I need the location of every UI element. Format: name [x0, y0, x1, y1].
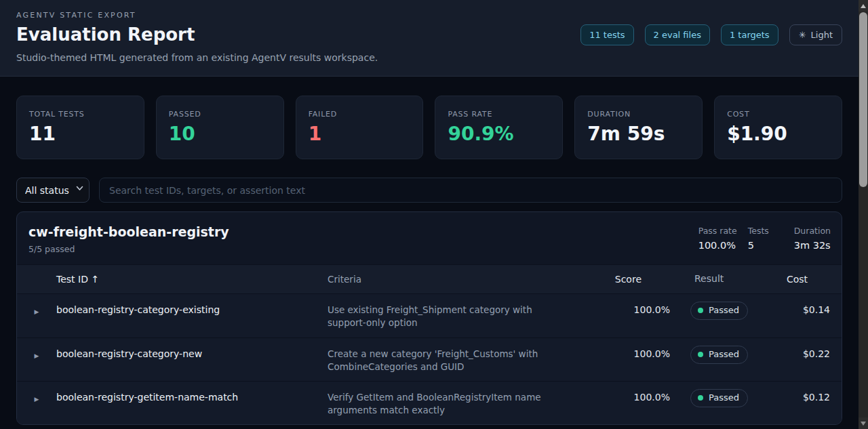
report-header: AGENTV STATIC EXPORT Evaluation Report 1… — [0, 0, 859, 77]
column-header-score[interactable]: Score — [599, 273, 670, 286]
suite-summary-value: 3m 32s — [794, 240, 831, 251]
column-header-test-id[interactable]: Test ID ↑ — [56, 273, 328, 286]
scrollbar[interactable] — [859, 0, 868, 429]
scroll-up-button[interactable] — [859, 0, 868, 12]
suite-summary-stat: Tests5 — [748, 226, 783, 251]
status-badge-label: Passed — [709, 349, 739, 360]
table-header: Test ID ↑ Criteria Score Result Cost — [17, 264, 842, 294]
row-criteria: Use existing Freight_Shipment category w… — [328, 304, 599, 329]
suite-card: cw-freight-boolean-registry 5/5 passed P… — [16, 211, 842, 425]
stat-card: TOTAL TESTS11 — [16, 96, 144, 159]
row-expand-icon[interactable]: ▶ — [32, 306, 42, 319]
row-score: 100.0% — [599, 348, 670, 361]
status-dot-icon — [698, 308, 703, 313]
status-filter-select[interactable]: All status — [16, 178, 90, 203]
stat-card: PASSED10 — [156, 96, 284, 159]
search-input[interactable] — [99, 178, 842, 203]
suite-title: cw-freight-boolean-registry — [28, 224, 229, 239]
row-test-id: boolean-registry-getitem-name-match — [56, 391, 328, 404]
status-filter: All status — [16, 178, 90, 203]
header-chip[interactable]: 1 targets — [721, 24, 778, 45]
scrollbar-thumb[interactable] — [859, 12, 867, 187]
stat-card: COST$1.90 — [714, 96, 842, 159]
stat-card: PASS RATE90.9% — [435, 96, 563, 159]
suite-summary-label: Pass rate — [698, 226, 737, 236]
status-badge-label: Passed — [709, 305, 739, 316]
scroll-down-button[interactable] — [859, 417, 868, 429]
row-criteria: Verify GetItem and BooleanRegistryItem n… — [328, 391, 599, 417]
row-result-cell: Passed — [670, 346, 772, 364]
row-cost: $0.22 — [772, 348, 842, 361]
status-badge: Passed — [690, 346, 748, 364]
header-chips: 11 tests2 eval files1 targets ✳ Light — [580, 24, 842, 45]
table-row: ▶boolean-registry-getitem-name-matchVeri… — [17, 381, 842, 424]
row-result-cell: Passed — [670, 389, 772, 407]
stat-value: $1.90 — [727, 123, 829, 145]
suite-summary-label: Duration — [794, 226, 831, 236]
suite-summary: Pass rate100.0%Tests5Duration3m 32s — [698, 224, 831, 251]
page-title: Evaluation Report — [16, 24, 580, 45]
stats-row: TOTAL TESTS11PASSED10FAILED1PASS RATE90.… — [16, 96, 842, 159]
suite-summary-value: 100.0% — [698, 240, 737, 251]
table-row: ▶boolean-registry-category-existingUse e… — [17, 294, 842, 338]
row-cost: $0.12 — [772, 391, 842, 404]
table-row: ▶boolean-registry-category-newCreate a n… — [17, 338, 842, 381]
column-header-criteria[interactable]: Criteria — [328, 273, 599, 286]
column-header-cost[interactable]: Cost — [772, 273, 842, 286]
theme-toggle-button[interactable]: ✳ Light — [789, 24, 842, 45]
stat-label: FAILED — [309, 110, 411, 119]
scroll-up-icon — [861, 4, 866, 8]
theme-toggle-label: Light — [811, 30, 833, 39]
row-test-id: boolean-registry-category-existing — [56, 304, 328, 316]
suite-summary-stat: Duration3m 32s — [794, 226, 831, 251]
page: AGENTV STATIC EXPORT Evaluation Report 1… — [0, 0, 859, 425]
stat-card: DURATION7m 59s — [574, 96, 703, 159]
stat-label: PASSED — [169, 110, 271, 119]
main-content: TOTAL TESTS11PASSED10FAILED1PASS RATE90.… — [0, 96, 859, 425]
row-expand-icon[interactable]: ▶ — [32, 350, 42, 363]
row-criteria: Create a new category 'Freight_Customs' … — [328, 348, 599, 373]
status-badge-label: Passed — [709, 392, 739, 403]
suite-passed-count: 5/5 passed — [28, 244, 229, 254]
stat-label: TOTAL TESTS — [29, 110, 132, 119]
row-expand-icon[interactable]: ▶ — [32, 393, 42, 406]
stat-value: 11 — [29, 123, 132, 145]
row-result-cell: Passed — [670, 302, 772, 320]
header-chip[interactable]: 2 eval files — [645, 24, 710, 45]
suite-summary-label: Tests — [748, 226, 783, 236]
page-subtitle: Studio-themed HTML generated from an exi… — [16, 52, 842, 63]
table-body: ▶boolean-registry-category-existingUse e… — [17, 294, 842, 424]
stat-value: 1 — [309, 123, 411, 145]
stat-label: PASS RATE — [448, 110, 550, 119]
sun-icon: ✳ — [799, 30, 806, 39]
row-cost: $0.14 — [772, 304, 842, 316]
expander-cell: ▶ — [17, 391, 56, 406]
filter-bar: All status — [16, 178, 842, 203]
scroll-down-icon — [861, 422, 866, 426]
row-score: 100.0% — [599, 304, 670, 316]
row-test-id: boolean-registry-category-new — [56, 348, 328, 361]
status-badge: Passed — [690, 302, 748, 320]
status-dot-icon — [698, 352, 703, 357]
stat-label: DURATION — [587, 110, 690, 119]
header-chip[interactable]: 11 tests — [580, 24, 633, 45]
row-score: 100.0% — [599, 391, 670, 404]
suite-header: cw-freight-boolean-registry 5/5 passed P… — [17, 212, 842, 264]
expander-cell: ▶ — [17, 348, 56, 363]
stat-card: FAILED1 — [296, 96, 424, 159]
suite-summary-stat: Pass rate100.0% — [698, 226, 737, 251]
expander-cell: ▶ — [17, 304, 56, 319]
status-badge: Passed — [690, 389, 748, 407]
eyebrow: AGENTV STATIC EXPORT — [16, 11, 842, 20]
column-header-result[interactable]: Result — [670, 273, 772, 284]
status-dot-icon — [698, 395, 703, 401]
stat-value: 10 — [169, 123, 271, 145]
stat-label: COST — [727, 110, 829, 119]
suite-summary-value: 5 — [748, 240, 783, 251]
stat-value: 7m 59s — [587, 123, 690, 145]
stat-value: 90.9% — [448, 123, 550, 145]
